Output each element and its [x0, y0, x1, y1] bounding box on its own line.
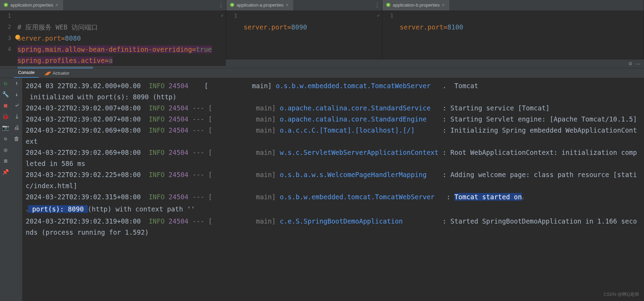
editor-split-area: application.properties × ⋮ 1 2 3 4 # 应用服…: [0, 0, 644, 59]
file-tab-application[interactable]: application.properties ×: [0, 0, 63, 10]
exit-icon[interactable]: ⎋: [2, 135, 9, 142]
wrench-icon[interactable]: 🔧: [2, 91, 9, 98]
close-icon[interactable]: ×: [286, 3, 290, 7]
console-body: ↻ 🔧 ■ 🐞 📷 ⎋ ◎ ⊞ 📌 ↑ ↓ ⤶ ⤓ 🖨 🗑 2024 03 22…: [0, 78, 644, 301]
actuator-tab[interactable]: ◢◤Actuator: [40, 68, 74, 78]
rerun-icon[interactable]: ↻: [2, 80, 9, 86]
stop-icon[interactable]: ■: [2, 102, 9, 109]
close-icon[interactable]: ×: [442, 3, 446, 7]
editor-pane-1: application.properties × ⋮ 1 2 3 4 # 应用服…: [0, 0, 226, 59]
tab-menu-icon[interactable]: ⋮: [218, 2, 224, 9]
editor-pane-3: application-b.properties × 1 server.port…: [382, 0, 644, 59]
tab-bar-3: application-b.properties ×: [382, 0, 644, 10]
camera-icon[interactable]: 📷: [2, 124, 9, 131]
spring-file-icon: [386, 2, 391, 7]
minimize-icon[interactable]: —: [636, 61, 641, 66]
print-icon[interactable]: 🖨: [13, 124, 20, 131]
check-icon: ✓: [221, 12, 224, 18]
gutter: 1: [382, 10, 400, 59]
gutter: 1 2 3 4: [0, 10, 17, 66]
tab-bar-1: application.properties × ⋮: [0, 0, 226, 10]
tab-menu-icon[interactable]: ⋮: [374, 2, 380, 9]
spring-file-icon: [3, 2, 8, 7]
tab-bar-2: application-a.properties × ⋮: [226, 0, 382, 10]
tab-label: application-b.properties: [393, 2, 440, 8]
code-area-3[interactable]: 1 server.port=8100: [382, 10, 644, 59]
trash-icon[interactable]: 🗑: [13, 135, 20, 142]
run-panel: Run: SpringBootDemoApplication × ⚙ — Con…: [0, 59, 644, 301]
check-icon: ✓: [377, 12, 380, 18]
down-icon[interactable]: ↓: [13, 91, 20, 98]
editor-pane-2: application-a.properties × ⋮ 1 server.po…: [226, 0, 382, 59]
console-tabs: Console ◢◤Actuator: [0, 68, 644, 78]
up-icon[interactable]: ↑: [13, 80, 20, 86]
target-icon[interactable]: ◎: [2, 146, 9, 153]
actuator-icon: ◢◤: [44, 70, 51, 76]
spring-file-icon: [230, 2, 235, 7]
code-text[interactable]: server.port=8100: [400, 10, 644, 59]
code-text[interactable]: server.port=8090: [244, 10, 382, 59]
bug-icon[interactable]: 🐞: [2, 113, 9, 120]
pin-icon[interactable]: 📌: [2, 168, 9, 175]
wrap-icon[interactable]: ⤶: [13, 102, 20, 109]
file-tab-application-a[interactable]: application-a.properties ×: [226, 0, 293, 10]
console-tab[interactable]: Console: [14, 68, 39, 78]
console-output[interactable]: 2024 03 22T02.39.02.000+00.00 INFO 24504…: [22, 78, 644, 301]
layout-icon[interactable]: ⊞: [2, 157, 9, 164]
highlighted-text: Tomcat started on: [455, 193, 522, 201]
tab-label: application-a.properties: [237, 2, 283, 8]
code-text[interactable]: # 应用服务 WEB 访问端口 server.port=8080 spring.…: [17, 10, 226, 66]
code-area-2[interactable]: 1 server.port=8090 ✓: [226, 10, 382, 59]
gutter: 1: [226, 10, 244, 59]
close-icon[interactable]: ×: [56, 3, 60, 7]
run-toolbar-1: ↻ 🔧 ■ 🐞 📷 ⎋ ◎ ⊞ 📌: [0, 78, 11, 301]
file-tab-application-b[interactable]: application-b.properties ×: [382, 0, 449, 10]
code-area-1[interactable]: 1 2 3 4 # 应用服务 WEB 访问端口 server.port=8080…: [0, 10, 226, 66]
run-toolbar-2: ↑ ↓ ⤶ ⤓ 🖨 🗑: [11, 78, 22, 301]
highlighted-text: port(s): 8090: [28, 205, 88, 213]
scroll-icon[interactable]: ⤓: [13, 113, 20, 120]
watermark: CSDN @啊Q老师: [603, 291, 639, 298]
gear-icon[interactable]: ⚙: [628, 61, 633, 66]
tab-label: application.properties: [10, 2, 53, 8]
